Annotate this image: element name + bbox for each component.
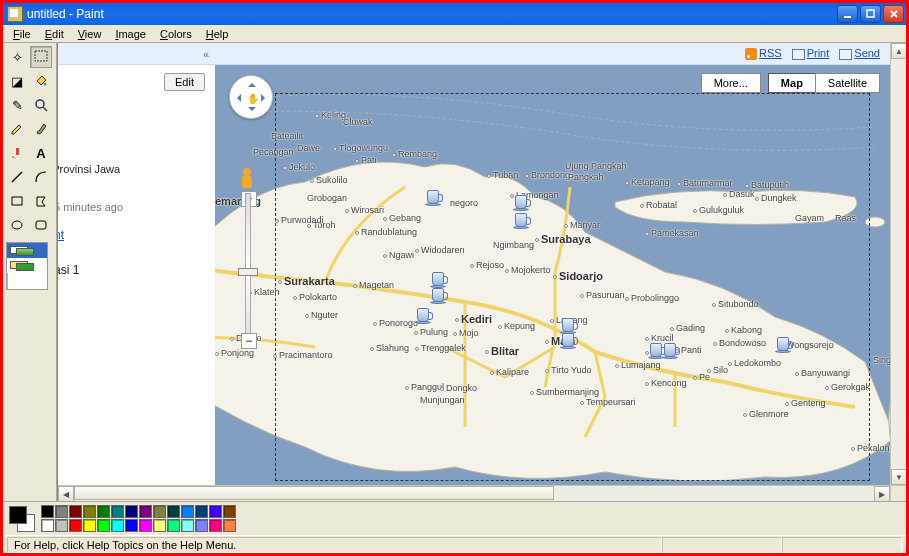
tool-fill[interactable] xyxy=(30,70,52,92)
pan-left-icon[interactable] xyxy=(233,94,241,102)
color-swatch[interactable] xyxy=(55,519,68,532)
tool-polygon[interactable] xyxy=(30,190,52,212)
color-swatch[interactable] xyxy=(153,519,166,532)
tool-text[interactable]: A xyxy=(30,142,52,164)
map-marker-icon[interactable] xyxy=(513,213,531,235)
city-tuban: Tuban xyxy=(487,170,518,180)
city-slahung: Slahung xyxy=(370,343,409,353)
vertical-scrollbar[interactable]: ▲ ▼ xyxy=(890,43,906,485)
edit-button[interactable]: Edit xyxy=(164,73,205,91)
city-robatal: Robatal xyxy=(640,200,677,210)
tool-options[interactable] xyxy=(6,242,48,290)
color-swatch[interactable] xyxy=(83,519,96,532)
color-swatch[interactable] xyxy=(139,519,152,532)
menu-file[interactable]: File xyxy=(7,27,37,41)
map-marker-icon[interactable] xyxy=(775,337,793,359)
collapse-icon[interactable]: « xyxy=(203,48,209,60)
color-swatch[interactable] xyxy=(153,505,166,518)
tool-eraser[interactable]: ◪ xyxy=(6,70,28,92)
color-palette xyxy=(3,502,906,535)
color-swatch[interactable] xyxy=(181,505,194,518)
map-more-button[interactable]: More... xyxy=(701,73,761,93)
map-sea[interactable]: Keling Cluwak Bateailit Dawe Pecangan Tl… xyxy=(215,65,890,485)
map-marker-icon[interactable] xyxy=(430,288,448,310)
document[interactable]: « Edit n pinjam di Provinsi Jawa 5 minut… xyxy=(58,43,890,485)
tool-brush[interactable] xyxy=(30,118,52,140)
tool-eyedropper[interactable]: ✎ xyxy=(6,94,28,116)
menu-view[interactable]: View xyxy=(72,27,108,41)
minimize-button[interactable] xyxy=(837,5,858,23)
tool-rectangle[interactable] xyxy=(6,190,28,212)
color-swatch[interactable] xyxy=(195,519,208,532)
color-swatch[interactable] xyxy=(83,505,96,518)
color-swatch[interactable] xyxy=(125,519,138,532)
tool-freeform-select[interactable]: ✧ xyxy=(6,46,28,68)
menu-edit[interactable]: Edit xyxy=(39,27,70,41)
pan-center-icon[interactable]: ✋ xyxy=(247,93,259,104)
pan-up-icon[interactable] xyxy=(248,79,256,87)
menu-colors[interactable]: Colors xyxy=(154,27,198,41)
close-button[interactable] xyxy=(883,5,904,23)
rss-link[interactable]: RSS xyxy=(759,47,782,59)
scroll-up-button[interactable]: ▲ xyxy=(891,43,906,59)
map-satellite-button[interactable]: Satellite xyxy=(815,73,880,93)
color-swatch[interactable] xyxy=(41,519,54,532)
color-swatch[interactable] xyxy=(167,519,180,532)
menu-image[interactable]: Image xyxy=(109,27,152,41)
maximize-button[interactable] xyxy=(860,5,881,23)
color-swatch[interactable] xyxy=(209,505,222,518)
foreground-color-swatch[interactable] xyxy=(9,506,27,524)
tool-curve[interactable] xyxy=(30,166,52,188)
scroll-left-button[interactable]: ◀ xyxy=(58,486,74,501)
map-marker-icon[interactable] xyxy=(415,308,433,330)
color-swatch[interactable] xyxy=(139,505,152,518)
color-swatch[interactable] xyxy=(69,519,82,532)
map-marker-icon[interactable] xyxy=(662,343,680,365)
city-pracimantoro: Pracimantoro xyxy=(273,350,333,360)
tool-line[interactable] xyxy=(6,166,28,188)
color-swatch[interactable] xyxy=(55,505,68,518)
zoom-slider-thumb[interactable] xyxy=(238,268,258,276)
print-link[interactable]: Print xyxy=(807,47,830,59)
tool-rounded-rect[interactable] xyxy=(30,214,52,236)
city-sukolilo: Sukolilo xyxy=(310,175,348,185)
scroll-down-button[interactable]: ▼ xyxy=(891,469,906,485)
color-swatch[interactable] xyxy=(223,519,236,532)
tool-magnifier[interactable] xyxy=(30,94,52,116)
color-swatch[interactable] xyxy=(111,519,124,532)
map-topbar: RSS Print Send xyxy=(215,43,890,65)
city-widodaren: Widodaren xyxy=(415,245,465,255)
color-swatch[interactable] xyxy=(69,505,82,518)
color-swatch[interactable] xyxy=(209,519,222,532)
tool-airbrush[interactable] xyxy=(6,142,28,164)
color-swatch[interactable] xyxy=(41,505,54,518)
map-marker-icon[interactable] xyxy=(560,333,578,355)
color-swatch[interactable] xyxy=(97,505,110,518)
color-swatch[interactable] xyxy=(223,505,236,518)
scroll-right-button[interactable]: ▶ xyxy=(874,486,890,501)
menu-help[interactable]: Help xyxy=(200,27,235,41)
map-marker-icon[interactable] xyxy=(425,190,443,212)
send-link[interactable]: Send xyxy=(854,47,880,59)
map-map-button[interactable]: Map xyxy=(768,73,816,93)
city-klaten: Klaten xyxy=(248,287,280,297)
tool-ellipse[interactable] xyxy=(6,214,28,236)
zoom-out-button[interactable]: − xyxy=(241,333,257,349)
pan-control[interactable]: ✋ xyxy=(229,75,273,119)
color-swatch[interactable] xyxy=(125,505,138,518)
color-fg-bg[interactable] xyxy=(7,504,37,534)
city-surabaya: Surabaya xyxy=(535,233,591,245)
color-swatch[interactable] xyxy=(167,505,180,518)
color-swatch[interactable] xyxy=(195,505,208,518)
pegman-icon[interactable] xyxy=(239,168,255,190)
tool-pencil[interactable] xyxy=(6,118,28,140)
horizontal-scrollbar[interactable]: ◀ ▶ xyxy=(58,485,890,501)
pan-right-icon[interactable] xyxy=(261,94,269,102)
color-swatch[interactable] xyxy=(181,519,194,532)
color-swatch[interactable] xyxy=(97,519,110,532)
svg-rect-12 xyxy=(36,221,46,229)
tool-rect-select[interactable] xyxy=(30,46,52,68)
pan-down-icon[interactable] xyxy=(248,107,256,115)
sidebar-link[interactable]: nt xyxy=(57,228,64,242)
color-swatch[interactable] xyxy=(111,505,124,518)
